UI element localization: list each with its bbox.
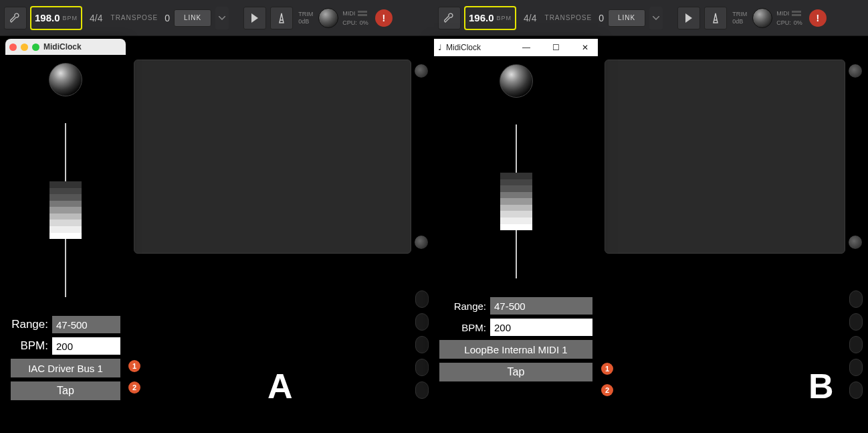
link-dropdown[interactable] (215, 7, 229, 29)
trim-display: TRIM 0dB (731, 11, 748, 25)
metronome-button[interactable] (270, 7, 293, 29)
callout-1: 1 (601, 363, 613, 375)
tempo-light (49, 63, 82, 96)
bpm-unit: BPM (63, 15, 78, 21)
app-icon: ♩ (438, 43, 442, 52)
bpm-label: BPM: (11, 339, 48, 353)
transpose-value[interactable]: 0 (599, 13, 604, 23)
minimize-icon[interactable] (21, 44, 28, 51)
range-label: Range: (11, 318, 48, 331)
warning-indicator[interactable]: ! (375, 9, 393, 27)
close-icon[interactable] (9, 44, 17, 51)
trim-display: TRIM 0dB (297, 11, 314, 25)
bpm-value: 196.0 (469, 12, 494, 23)
link-button[interactable]: LINK (174, 9, 211, 27)
bpm-field[interactable]: 200 (52, 337, 120, 355)
time-signature[interactable]: 4/4 (86, 13, 106, 23)
transpose-value[interactable]: 0 (165, 13, 170, 23)
panel-letter: A (267, 366, 293, 406)
bpm-value: 198.0 (35, 12, 60, 23)
transpose-label: TRANSPOSE (111, 14, 158, 21)
rack-slots (849, 290, 863, 399)
window-title: MidiClock (43, 42, 82, 52)
play-button[interactable] (677, 7, 700, 29)
midi-cpu-display: MIDI CPU:0% (342, 9, 368, 27)
toolbar: 196.0 BPM 4/4 TRANSPOSE 0 LINK TRIM 0dB … (434, 0, 868, 36)
rack-slots (415, 290, 429, 399)
tempo-light (500, 64, 533, 98)
midiclock-window: MidiClock Range: 47-500 BPM: 200 (5, 39, 126, 427)
viewport-knob-bottom[interactable] (849, 236, 862, 249)
viewport-knob-top[interactable] (415, 64, 428, 78)
tap-button[interactable]: Tap (11, 381, 120, 400)
bpm-display[interactable]: 198.0 BPM (31, 7, 82, 29)
panel-letter: B (808, 366, 834, 406)
callout-2: 2 (601, 384, 613, 396)
midi-device-select[interactable]: LoopBe Internal MIDI 1 (439, 340, 592, 359)
preview-viewport (134, 60, 411, 254)
range-field[interactable]: 47-500 (490, 297, 592, 315)
play-button[interactable] (243, 7, 266, 29)
viewport-knob-bottom[interactable] (415, 236, 428, 249)
zoom-icon[interactable] (32, 44, 39, 51)
settings-button[interactable] (438, 7, 461, 29)
bpm-label: BPM: (439, 322, 486, 333)
midiclock-window: ♩ MidiClock — ☐ ✕ Range: 47-500 (434, 39, 598, 388)
tempo-slider[interactable] (503, 124, 530, 278)
settings-button[interactable] (4, 7, 27, 29)
trim-knob[interactable] (752, 8, 772, 28)
window-title: MidiClock (446, 43, 481, 52)
bpm-display[interactable]: 196.0 BPM (465, 7, 516, 29)
midi-cpu-display: MIDI CPU:0% (776, 9, 802, 27)
bpm-unit: BPM (497, 15, 512, 21)
titlebar[interactable]: ♩ MidiClock — ☐ ✕ (434, 39, 598, 56)
close-icon[interactable]: ✕ (572, 39, 598, 56)
preview-viewport (605, 60, 845, 254)
range-label: Range: (439, 300, 486, 312)
transpose-label: TRANSPOSE (545, 14, 592, 21)
tempo-slider[interactable] (52, 123, 79, 297)
link-dropdown[interactable] (649, 7, 663, 29)
callout-2: 2 (128, 381, 140, 394)
range-field[interactable]: 47-500 (52, 316, 120, 333)
minimize-icon[interactable]: — (514, 39, 539, 56)
warning-indicator[interactable]: ! (809, 9, 827, 27)
toolbar: 198.0 BPM 4/4 TRANSPOSE 0 LINK TRIM 0dB … (0, 0, 434, 36)
bpm-field[interactable]: 200 (490, 319, 592, 336)
callout-1: 1 (128, 360, 140, 372)
viewport-knob-top[interactable] (849, 64, 862, 78)
link-button[interactable]: LINK (608, 9, 645, 27)
titlebar[interactable]: MidiClock (5, 39, 126, 55)
maximize-icon[interactable]: ☐ (543, 39, 568, 56)
midi-device-select[interactable]: IAC Driver Bus 1 (11, 359, 120, 377)
trim-knob[interactable] (318, 8, 338, 28)
time-signature[interactable]: 4/4 (520, 13, 540, 23)
tap-button[interactable]: Tap (439, 363, 592, 381)
metronome-button[interactable] (704, 7, 727, 29)
